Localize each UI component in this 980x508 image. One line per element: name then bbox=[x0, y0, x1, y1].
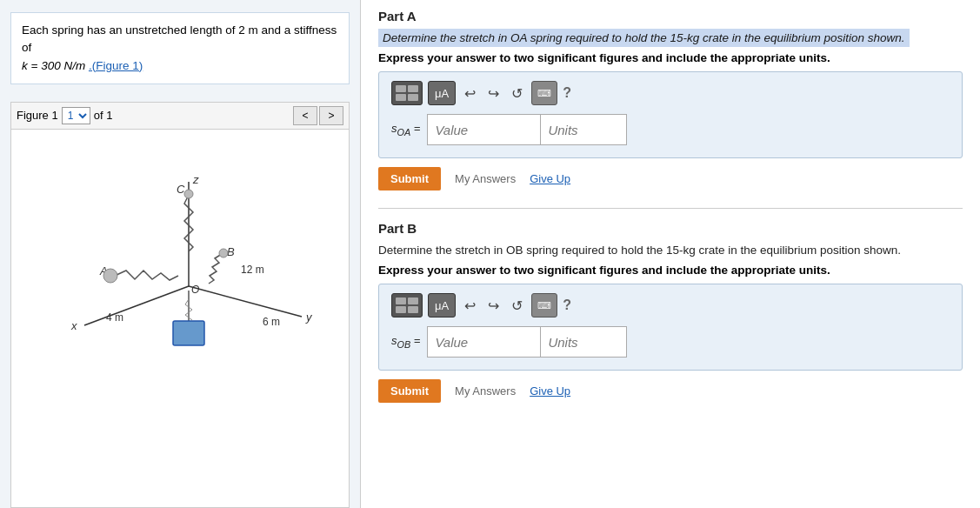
part-a-my-answers[interactable]: My Answers bbox=[455, 172, 516, 185]
svg-line-4 bbox=[189, 286, 302, 317]
svg-text:O: O bbox=[191, 284, 199, 296]
figure-link[interactable]: .(Figure 1) bbox=[89, 59, 143, 72]
undo-button[interactable]: ↩ bbox=[461, 84, 479, 104]
part-b-give-up[interactable]: Give Up bbox=[530, 384, 570, 398]
svg-line-2 bbox=[84, 286, 189, 325]
grid-icon-button[interactable] bbox=[391, 81, 423, 105]
part-divider bbox=[378, 208, 963, 209]
part-a-give-up[interactable]: Give Up bbox=[530, 172, 570, 185]
part-a-section: Part A Determine the stretch in OA sprin… bbox=[378, 9, 963, 190]
part-a-input-label: sOA = bbox=[391, 122, 420, 137]
part-b-question-text: Determine the stretch in OB spring requi… bbox=[378, 244, 901, 257]
figure-header: Figure 1 1 of 1 < > bbox=[11, 103, 349, 130]
part-b-input-row: sOB = bbox=[391, 326, 950, 358]
part-a-value-input[interactable] bbox=[427, 114, 540, 145]
svg-text:C: C bbox=[177, 183, 185, 196]
figure-container: Figure 1 1 of 1 < > z x y bbox=[10, 102, 350, 508]
part-b-refresh-button[interactable]: ↺ bbox=[508, 296, 526, 316]
svg-point-12 bbox=[219, 249, 228, 257]
left-panel: Each spring has an unstretched length of… bbox=[0, 0, 361, 508]
svg-rect-17 bbox=[173, 321, 204, 345]
part-b-help-button[interactable]: ? bbox=[563, 297, 571, 313]
part-b-grid-icon-button[interactable] bbox=[391, 293, 423, 318]
formula-text: k = 300 N/m bbox=[22, 59, 85, 72]
figure-nav: < > bbox=[293, 106, 343, 125]
svg-text:12 m: 12 m bbox=[241, 264, 264, 276]
keyboard-button[interactable]: ⌨ bbox=[531, 81, 557, 105]
svg-text:B: B bbox=[227, 245, 235, 258]
figure-of: of 1 bbox=[94, 109, 113, 122]
right-panel: Part A Determine the stretch in OA sprin… bbox=[361, 0, 980, 508]
part-b-section: Part B Determine the stretch in OB sprin… bbox=[378, 221, 963, 403]
part-a-question-text: Determine the stretch in OA spring requi… bbox=[378, 29, 910, 47]
part-b-question: Determine the stretch in OB spring requi… bbox=[378, 243, 963, 257]
diagram-svg: z x y O C B A bbox=[32, 138, 328, 347]
figure-label: Figure 1 bbox=[17, 109, 58, 122]
part-b-answer-box: μA ↩ ↪ ↺ ⌨ ? sOB = bbox=[378, 284, 963, 371]
problem-statement: Each spring has an unstretched length of… bbox=[10, 12, 350, 84]
svg-text:4 m: 4 m bbox=[106, 311, 123, 324]
part-a-title: Part A bbox=[378, 9, 963, 23]
part-b-express-text: Express your answer to two significant f… bbox=[378, 264, 963, 277]
part-b-undo-button[interactable]: ↩ bbox=[461, 296, 479, 316]
part-a-toolbar: μA ↩ ↪ ↺ ⌨ ? bbox=[391, 81, 950, 105]
part-b-my-answers[interactable]: My Answers bbox=[455, 384, 516, 398]
part-b-submit-button[interactable]: Submit bbox=[378, 379, 441, 403]
part-a-action-row: Submit My Answers Give Up bbox=[378, 167, 963, 190]
part-a-express-text: Express your answer to two significant f… bbox=[378, 51, 963, 64]
part-a-question: Determine the stretch in OA spring requi… bbox=[378, 30, 963, 44]
svg-text:y: y bbox=[305, 311, 313, 324]
part-b-value-input[interactable] bbox=[427, 326, 540, 358]
redo-button[interactable]: ↪ bbox=[484, 84, 503, 104]
part-b-units-input[interactable] bbox=[540, 326, 627, 358]
part-a-answer-box: μA ↩ ↪ ↺ ⌨ ? sOA = bbox=[378, 71, 963, 158]
figure-next-button[interactable]: > bbox=[319, 106, 343, 125]
part-b-action-row: Submit My Answers Give Up bbox=[378, 379, 963, 403]
refresh-button[interactable]: ↺ bbox=[508, 84, 526, 104]
svg-point-11 bbox=[184, 190, 193, 198]
part-b-toolbar: μA ↩ ↪ ↺ ⌨ ? bbox=[391, 293, 950, 318]
part-b-title: Part B bbox=[378, 221, 963, 236]
help-button[interactable]: ? bbox=[563, 85, 571, 101]
figure-image: z x y O C B A bbox=[11, 130, 349, 356]
part-b-input-label: sOB = bbox=[391, 334, 420, 350]
part-b-keyboard-button[interactable]: ⌨ bbox=[531, 293, 557, 318]
problem-text-main: Each spring has an unstretched length of… bbox=[22, 23, 337, 54]
mu-button[interactable]: μA bbox=[428, 81, 456, 105]
svg-point-10 bbox=[103, 269, 117, 283]
part-a-units-input[interactable] bbox=[540, 114, 627, 145]
part-b-mu-button[interactable]: μA bbox=[428, 293, 456, 318]
svg-text:6 m: 6 m bbox=[263, 316, 280, 328]
figure-prev-button[interactable]: < bbox=[293, 106, 317, 125]
figure-select[interactable]: 1 bbox=[62, 107, 90, 124]
svg-text:z: z bbox=[192, 173, 199, 186]
part-a-input-row: sOA = bbox=[391, 114, 950, 145]
part-b-redo-button[interactable]: ↪ bbox=[484, 296, 503, 316]
svg-text:x: x bbox=[70, 319, 77, 332]
part-a-submit-button[interactable]: Submit bbox=[378, 167, 441, 190]
